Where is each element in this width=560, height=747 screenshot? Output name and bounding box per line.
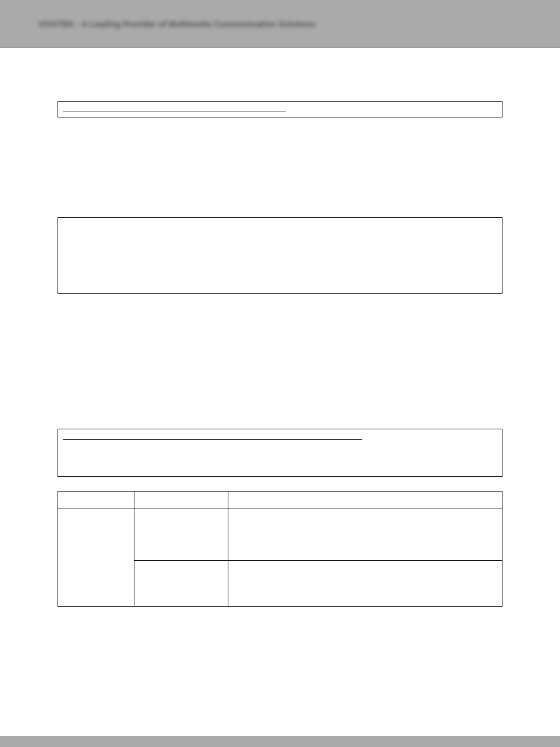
page-title: VIVOTEK - A Leading Provider of Multimed…	[38, 19, 316, 29]
footer-bar	[0, 736, 560, 747]
table-header-1	[58, 492, 134, 509]
link-box-3	[58, 429, 502, 477]
table-cell-r1c3	[228, 509, 502, 561]
link-placeholder-2[interactable]	[63, 433, 362, 440]
content-box-2	[58, 217, 502, 294]
table-cell-r2c2	[134, 561, 228, 607]
spec-table	[58, 491, 502, 607]
link-placeholder-1[interactable]	[63, 105, 286, 112]
link-box-1	[58, 101, 502, 117]
table-cell-r2c3	[228, 561, 502, 607]
table-header-2	[134, 492, 228, 509]
table-header-3	[228, 492, 502, 509]
header-bar: VIVOTEK - A Leading Provider of Multimed…	[0, 0, 560, 48]
table-row	[58, 509, 502, 561]
table-cell-r1c2	[134, 509, 228, 561]
table-cell-r1c1	[58, 509, 134, 607]
table-header-row	[58, 492, 502, 509]
